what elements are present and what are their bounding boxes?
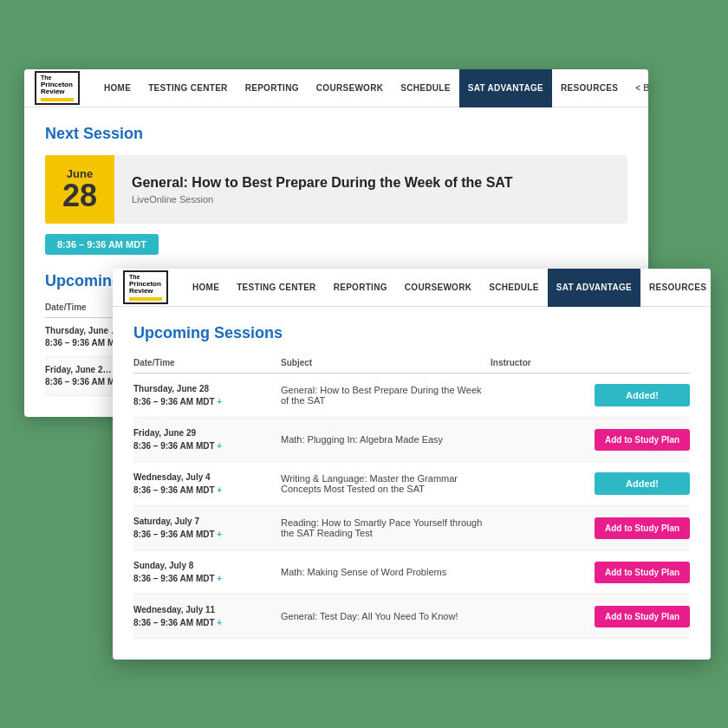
add-to-study-plan-button[interactable]: Add to Study Plan [595, 429, 690, 451]
f-sub: General: Test Day: All You Need To Know! [281, 611, 491, 621]
f-act: Add to Study Plan [586, 606, 690, 627]
front-card: The Princeton Review HOME TESTING CENTER… [113, 269, 711, 660]
f-col-act-header [586, 358, 690, 367]
back-nav-bar: The Princeton Review HOME TESTING CENTER… [24, 69, 648, 107]
session-type: LiveOnline Session [132, 194, 512, 205]
front-nav-testing[interactable]: TESTING CENTER [228, 269, 324, 307]
front-nav-items: HOME TESTING CENTER REPORTING COURSEWORK… [184, 269, 711, 307]
front-nav-coursework[interactable]: COURSEWORK [396, 269, 480, 307]
f-dt: Wednesday, July 118:36 – 9:36 AM MDT + [133, 603, 281, 629]
f-sub: Reading: How to Smartly Pace Yourself th… [281, 517, 491, 538]
f-col-ins-header: Instructor [491, 358, 586, 367]
added-button[interactable]: Added! [595, 472, 690, 495]
front-nav-sat[interactable]: SAT ADVANTAGE [548, 269, 640, 307]
f-dt: Friday, June 298:36 – 9:36 AM MDT + [133, 426, 281, 452]
front-session-row: Friday, June 298:36 – 9:36 AM MDT + Math… [133, 418, 690, 462]
logo-underline [41, 98, 74, 101]
front-session-row: Sunday, July 88:36 – 9:36 AM MDT + Math:… [133, 550, 690, 595]
time-badge: 8:36 – 9:36 AM MDT [45, 234, 159, 255]
f-act: Added! [586, 384, 690, 406]
back-nav-campus[interactable]: < BACK TO MY CAMPUS [627, 69, 648, 107]
back-nav-items: HOME TESTING CENTER REPORTING COURSEWORK… [95, 69, 648, 107]
f-act: Added! [586, 472, 690, 495]
back-logo[interactable]: The Princeton Review [35, 71, 80, 105]
front-nav-reporting[interactable]: REPORTING [325, 269, 396, 307]
back-nav-coursework[interactable]: COURSEWORK [308, 69, 392, 107]
f-sub: Math: Plugging In: Algebra Made Easy [281, 434, 491, 445]
front-session-row: Thursday, June 288:36 – 9:36 AM MDT + Ge… [133, 374, 690, 418]
front-upcoming-title: Upcoming Sessions [133, 324, 690, 342]
back-nav-schedule[interactable]: SCHEDULE [392, 69, 458, 107]
front-session-row: Wednesday, July 118:36 – 9:36 AM MDT + G… [133, 595, 690, 639]
back-nav-home[interactable]: HOME [95, 69, 140, 107]
add-to-study-plan-button[interactable]: Add to Study Plan [595, 517, 690, 539]
front-session-row: Wednesday, July 48:36 – 9:36 AM MDT + Wr… [133, 462, 690, 506]
front-table-header: Date/Time Subject Instructor [133, 354, 690, 374]
f-sub: Math: Making Sense of Word Problems [281, 567, 491, 577]
session-info: General: How to Best Prepare During the … [114, 155, 530, 224]
f-act: Add to Study Plan [586, 429, 690, 451]
f-dt: Sunday, July 88:36 – 9:36 AM MDT + [133, 559, 281, 585]
front-nav-home[interactable]: HOME [184, 269, 228, 307]
f-dt: Wednesday, July 48:36 – 9:36 AM MDT + [133, 471, 281, 497]
logo-underline [129, 297, 162, 301]
next-session-row: June 28 General: How to Best Prepare Dur… [45, 155, 627, 224]
f-sub: Writing & Language: Master the Grammar C… [281, 473, 491, 494]
front-rows: Thursday, June 288:36 – 9:36 AM MDT + Ge… [133, 374, 690, 639]
date-day: 28 [62, 180, 97, 211]
add-to-study-plan-button[interactable]: Add to Study Plan [595, 606, 690, 627]
back-nav-resources[interactable]: RESOURCES [552, 69, 627, 107]
f-act: Add to Study Plan [586, 517, 690, 539]
f-dt: Thursday, June 288:36 – 9:36 AM MDT + [133, 382, 281, 408]
f-act: Add to Study Plan [586, 562, 690, 583]
front-body: Upcoming Sessions Date/Time Subject Inst… [113, 307, 711, 660]
add-to-study-plan-button[interactable]: Add to Study Plan [595, 562, 690, 583]
front-session-row: Saturday, July 78:36 – 9:36 AM MDT + Rea… [133, 506, 690, 550]
front-nav-schedule[interactable]: SCHEDULE [480, 269, 547, 307]
back-nav-testing[interactable]: TESTING CENTER [140, 69, 236, 107]
front-nav-resources[interactable]: RESOURCES [640, 269, 711, 307]
next-session-title: Next Session [45, 125, 627, 143]
session-title: General: How to Best Prepare During the … [132, 175, 512, 191]
logo-review: Review [129, 288, 162, 296]
date-box: June 28 [45, 155, 114, 224]
added-button[interactable]: Added! [595, 384, 690, 406]
back-nav-sat[interactable]: SAT ADVANTAGE [459, 69, 552, 107]
f-col-dt-header: Date/Time [133, 358, 281, 367]
f-sub: General: How to Best Prepare During the … [281, 385, 491, 406]
f-col-sub-header: Subject [281, 358, 491, 367]
front-logo[interactable]: The Princeton Review [123, 270, 168, 304]
f-dt: Saturday, July 78:36 – 9:36 AM MDT + [133, 515, 281, 541]
back-nav-reporting[interactable]: REPORTING [237, 69, 308, 107]
logo-review: Review [41, 88, 74, 96]
front-nav-bar: The Princeton Review HOME TESTING CENTER… [113, 269, 711, 307]
